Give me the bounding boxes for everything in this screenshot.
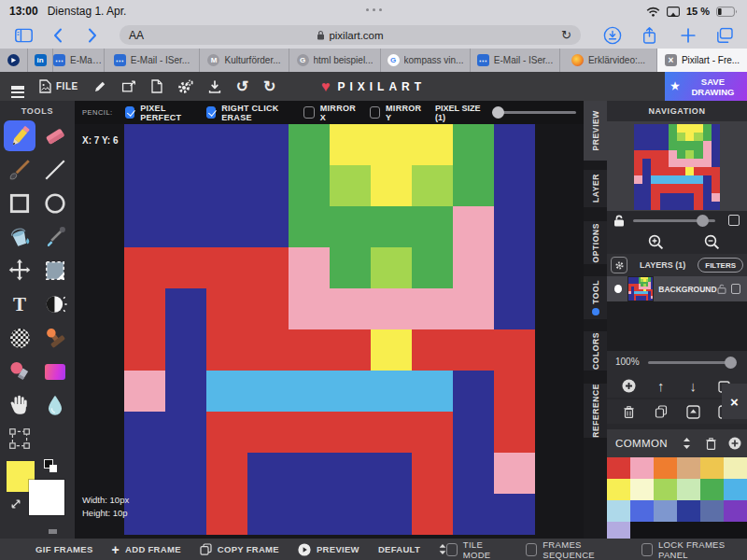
palette-swatch[interactable] (724, 457, 747, 479)
pixel-cell[interactable] (247, 494, 289, 535)
panel-tab-reference[interactable]: REFERENCE (584, 384, 607, 438)
pixel-cell[interactable] (165, 494, 206, 535)
palette-swatch[interactable] (700, 500, 724, 522)
zoom-in-icon[interactable] (648, 234, 664, 250)
add-frame-button[interactable]: +ADD FRAME (112, 543, 181, 556)
pixel-cell[interactable] (453, 124, 494, 165)
palette-swatch[interactable] (677, 479, 700, 500)
palette-swatch[interactable] (607, 479, 630, 500)
downloads-icon[interactable] (603, 26, 622, 45)
pixel-cell[interactable] (494, 371, 535, 412)
pixel-cell[interactable] (289, 412, 330, 453)
zoom-out-icon[interactable] (704, 234, 720, 250)
pixel-cell[interactable] (165, 412, 206, 453)
pixel-cell[interactable] (453, 165, 494, 206)
sidebar-toggle-icon[interactable] (15, 29, 33, 43)
pixel-cell[interactable] (412, 453, 453, 494)
pixel-cell[interactable] (494, 412, 535, 453)
browser-tab-e-mail-iser[interactable]: ⋯E-Mail - ISer... (471, 49, 560, 72)
download-icon[interactable] (208, 80, 221, 93)
pixel-cell[interactable] (247, 247, 289, 288)
close-panel-button[interactable]: × (722, 384, 747, 419)
layer-visibility-dot[interactable] (614, 285, 622, 293)
duplicate-layer-icon[interactable] (650, 401, 672, 422)
palette-swatch[interactable] (654, 500, 677, 522)
checkbox[interactable] (303, 106, 314, 119)
pixel-cell[interactable] (371, 371, 412, 412)
checkbox[interactable] (125, 106, 135, 119)
slider-knob[interactable] (492, 106, 504, 119)
pixel-cell[interactable] (412, 247, 453, 288)
slider-knob[interactable] (725, 357, 737, 369)
tool-shade[interactable] (37, 287, 73, 321)
new-file-icon[interactable] (151, 79, 162, 93)
pixel-cell[interactable] (124, 453, 165, 494)
pixel-cell[interactable] (124, 124, 165, 165)
pixel-cell[interactable] (494, 494, 535, 535)
tool-line[interactable] (37, 153, 73, 187)
tool-move[interactable] (2, 254, 37, 287)
pixel-cell[interactable] (412, 412, 453, 453)
pixel-cell[interactable] (412, 124, 453, 165)
palette-swatch[interactable] (700, 457, 724, 479)
pixel-cell[interactable] (371, 206, 412, 247)
tool-text[interactable]: T (2, 287, 37, 321)
pixel-cell[interactable] (165, 124, 206, 165)
browser-tab-e-mail-iser[interactable]: ⋯E-Mail - ISer... (105, 49, 200, 72)
pixel-cell[interactable] (412, 494, 453, 535)
pixel-cell[interactable] (289, 206, 330, 247)
pixel-cell[interactable] (494, 124, 535, 165)
panel-tab-preview[interactable]: PREVIEW (584, 101, 607, 161)
pixel-cell[interactable] (124, 412, 165, 453)
pixel-cell[interactable] (206, 371, 247, 412)
move-layer-up-icon[interactable]: ↑ (650, 375, 672, 396)
pixel-cell[interactable] (371, 329, 412, 371)
tool-blur[interactable] (37, 388, 73, 422)
pixel-cell[interactable] (124, 288, 165, 329)
palette-swatch[interactable] (607, 522, 630, 539)
palette-swatch[interactable] (630, 500, 654, 522)
pixel-cell[interactable] (247, 124, 289, 165)
pixel-cell[interactable] (330, 412, 371, 453)
browser-tab[interactable]: in (28, 49, 53, 72)
palette-swatch[interactable] (630, 479, 654, 500)
panel-scroll-handle[interactable] (49, 529, 57, 534)
pixel-cell[interactable] (412, 165, 453, 206)
pixel-cell[interactable] (371, 124, 412, 165)
pixel-cell[interactable] (165, 206, 206, 247)
frame-toggle-icon[interactable] (728, 215, 740, 226)
pixel-cell[interactable] (330, 329, 371, 371)
pixel-cell[interactable] (453, 247, 494, 288)
pixel-cell[interactable] (289, 453, 330, 494)
menu-icon[interactable] (11, 83, 24, 90)
secondary-color-swatch[interactable] (29, 480, 64, 515)
pixel-cell[interactable] (289, 494, 330, 535)
palette-swatch[interactable] (654, 479, 677, 500)
checkbox[interactable] (641, 543, 653, 556)
lock-icon[interactable] (613, 215, 625, 227)
layer-item-background[interactable]: BACKGROUND (607, 276, 747, 301)
pixel-cell[interactable] (453, 371, 494, 412)
pixel-cell[interactable] (412, 288, 453, 329)
pixel-cell[interactable] (247, 453, 289, 494)
pixel-cell[interactable] (330, 165, 371, 206)
pixel-size-slider[interactable] (492, 111, 576, 114)
pixel-cell[interactable] (247, 206, 289, 247)
pixel-cell[interactable] (165, 371, 206, 412)
pixel-cell[interactable] (165, 165, 206, 206)
browser-tab-html-beispiel[interactable]: Ghtml beispiel... (289, 49, 381, 72)
pixel-cell[interactable] (206, 453, 247, 494)
tool-brush[interactable] (2, 153, 37, 187)
pixel-cell[interactable] (453, 288, 494, 329)
checkbox[interactable] (446, 543, 458, 556)
checkbox[interactable] (370, 106, 380, 119)
browser-tab-erkl-rvideo[interactable]: Erklärvideo:... (560, 49, 657, 72)
pixel-cell[interactable] (124, 206, 165, 247)
panel-tab-colors[interactable]: COLORS (584, 331, 607, 371)
tool-circle[interactable] (37, 187, 73, 220)
sort-palette-icon[interactable] (674, 433, 698, 454)
palette-swatch[interactable] (724, 500, 747, 522)
pixel-cell[interactable] (371, 494, 412, 535)
redo-icon[interactable]: ↻ (263, 79, 275, 94)
pixel-cell[interactable] (165, 453, 206, 494)
